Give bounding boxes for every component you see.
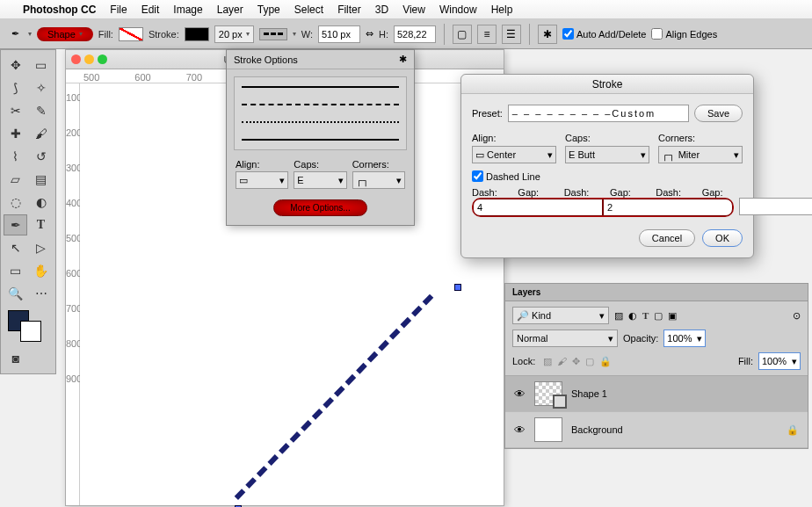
- menu-view[interactable]: View: [402, 4, 425, 16]
- layer-row[interactable]: 👁 Background 🔒: [505, 412, 808, 448]
- gear-icon[interactable]: ✱: [538, 25, 557, 44]
- shape-tool-icon[interactable]: ▭: [4, 260, 27, 281]
- menu-file[interactable]: File: [110, 4, 127, 16]
- filter-smart-icon[interactable]: ▣: [668, 310, 677, 322]
- path-select-tool-icon[interactable]: ↖: [4, 237, 27, 258]
- filter-type-icon[interactable]: T: [642, 310, 649, 321]
- wand-tool-icon[interactable]: ✧: [29, 77, 53, 98]
- save-button[interactable]: Save: [694, 105, 743, 122]
- move-tool-icon[interactable]: ✥: [4, 54, 27, 76]
- background-swatch[interactable]: [20, 321, 41, 342]
- ok-button[interactable]: OK: [702, 229, 743, 247]
- lock-position-icon[interactable]: ✥: [572, 356, 580, 366]
- heal-tool-icon[interactable]: ✚: [4, 123, 27, 144]
- brush-tool-icon[interactable]: 🖌: [29, 123, 53, 144]
- history-brush-icon[interactable]: ↺: [29, 146, 53, 167]
- layer-thumbnail[interactable]: [534, 381, 562, 406]
- opacity-input[interactable]: 100%▾: [663, 330, 706, 347]
- layer-name[interactable]: Background: [571, 424, 623, 435]
- more-options-button[interactable]: More Options...: [273, 199, 366, 216]
- stroke-type-dropdown[interactable]: [259, 28, 287, 40]
- gradient-tool-icon[interactable]: ▤: [29, 169, 53, 190]
- blend-mode-select[interactable]: Normal▾: [512, 330, 618, 347]
- corners-select[interactable]: ┌┐▾: [352, 171, 405, 189]
- stroke-width-input[interactable]: 20 px▾: [214, 25, 254, 43]
- menu-3d[interactable]: 3D: [375, 4, 388, 16]
- tool-preset-dropdown[interactable]: ▾: [28, 30, 32, 38]
- preset-select[interactable]: – – – – – – – – –Custom: [508, 105, 689, 122]
- lasso-tool-icon[interactable]: ⟆: [4, 77, 27, 98]
- menu-select[interactable]: Select: [294, 4, 323, 16]
- menu-image[interactable]: Image: [173, 4, 202, 16]
- stroke-preset-solid[interactable]: [242, 139, 399, 141]
- caps-select[interactable]: E▾: [294, 171, 346, 189]
- eyedropper-tool-icon[interactable]: ✎: [29, 100, 53, 121]
- lock-all-icon[interactable]: 🔒: [599, 356, 612, 366]
- type-tool-icon[interactable]: T: [29, 214, 53, 235]
- stroke-preset-list[interactable]: [234, 76, 407, 150]
- quickmask-icon[interactable]: ◙: [4, 348, 28, 369]
- path-alignment-icon[interactable]: ≡: [477, 25, 497, 44]
- height-input[interactable]: [394, 25, 436, 43]
- menu-edit[interactable]: Edit: [141, 4, 160, 16]
- path-arrangement-icon[interactable]: ☰: [502, 25, 521, 44]
- minimize-icon[interactable]: [84, 54, 94, 64]
- crop-tool-icon[interactable]: ✂: [4, 100, 27, 121]
- layer-thumbnail[interactable]: [534, 417, 562, 442]
- eraser-tool-icon[interactable]: ▱: [4, 169, 27, 190]
- filter-toggle-icon[interactable]: ⊙: [793, 310, 801, 322]
- align-select[interactable]: ▭▾: [236, 171, 288, 189]
- panel-tab-layers[interactable]: Layers: [505, 284, 808, 301]
- menu-filter[interactable]: Filter: [337, 4, 361, 16]
- visibility-icon[interactable]: 👁: [514, 424, 526, 437]
- corners-select[interactable]: ┌┐ Miter▾: [658, 146, 743, 163]
- layer-name[interactable]: Shape 1: [571, 388, 607, 399]
- color-swatches[interactable]: [6, 308, 50, 344]
- hand-tool-icon[interactable]: ✋: [29, 260, 53, 281]
- stroke-options-toggle[interactable]: ▾: [293, 30, 296, 38]
- auto-add-delete-checkbox[interactable]: Auto Add/Delete: [562, 28, 647, 40]
- shape-path[interactable]: [235, 294, 434, 500]
- direct-select-icon[interactable]: ▷: [29, 237, 53, 258]
- link-wh-icon[interactable]: ⇔: [366, 28, 373, 40]
- menu-help[interactable]: Help: [491, 4, 513, 16]
- stroke-preset-dotted[interactable]: [242, 121, 399, 123]
- align-edges-checkbox[interactable]: Align Edges: [651, 28, 717, 40]
- fill-swatch[interactable]: [119, 27, 143, 41]
- lock-paint-icon[interactable]: 🖌: [557, 356, 567, 366]
- extra-tool-icon[interactable]: ⋯: [29, 283, 53, 304]
- stroke-swatch[interactable]: [185, 27, 209, 41]
- mask-thumbnail[interactable]: [553, 395, 567, 409]
- menu-window[interactable]: Window: [439, 4, 477, 16]
- lock-artboard-icon[interactable]: ▢: [585, 356, 594, 366]
- gear-icon[interactable]: ✱: [399, 54, 407, 65]
- visibility-icon[interactable]: 👁: [514, 387, 526, 401]
- zoom-icon[interactable]: [98, 54, 107, 64]
- layer-row[interactable]: 👁 Shape 1: [505, 376, 808, 412]
- app-name[interactable]: Photoshop CC: [23, 4, 96, 16]
- filter-shape-icon[interactable]: ▢: [654, 310, 663, 322]
- filter-kind-select[interactable]: 🔎 Kind▾: [512, 307, 609, 324]
- filter-adjust-icon[interactable]: ◐: [628, 310, 637, 322]
- tool-mode-dropdown[interactable]: Shape ▾: [37, 27, 93, 41]
- lock-pixels-icon[interactable]: ▨: [543, 356, 552, 366]
- width-input[interactable]: [318, 25, 360, 43]
- path-operations-icon[interactable]: ▢: [453, 25, 472, 44]
- stroke-preset-dashed[interactable]: [242, 104, 399, 105]
- anchor-point[interactable]: [454, 284, 461, 291]
- pen-tool-icon[interactable]: ✒: [4, 214, 27, 235]
- menu-type[interactable]: Type: [257, 4, 280, 16]
- cancel-button[interactable]: Cancel: [639, 229, 695, 247]
- align-select[interactable]: ▭ Center▾: [472, 146, 556, 163]
- dodge-tool-icon[interactable]: ◐: [29, 192, 53, 213]
- blur-tool-icon[interactable]: ◌: [4, 192, 27, 213]
- marquee-tool-icon[interactable]: ▭: [29, 54, 53, 76]
- pen-tool-icon[interactable]: ✒: [7, 26, 23, 42]
- filter-pixel-icon[interactable]: ▨: [614, 310, 623, 322]
- fill-input[interactable]: 100%▾: [758, 352, 801, 370]
- dashed-line-checkbox[interactable]: Dashed Line: [472, 170, 743, 182]
- menu-layer[interactable]: Layer: [217, 4, 243, 16]
- gap1-input[interactable]: [603, 199, 733, 216]
- stamp-tool-icon[interactable]: ⌇: [4, 146, 27, 167]
- stroke-preset-solid[interactable]: [242, 86, 399, 88]
